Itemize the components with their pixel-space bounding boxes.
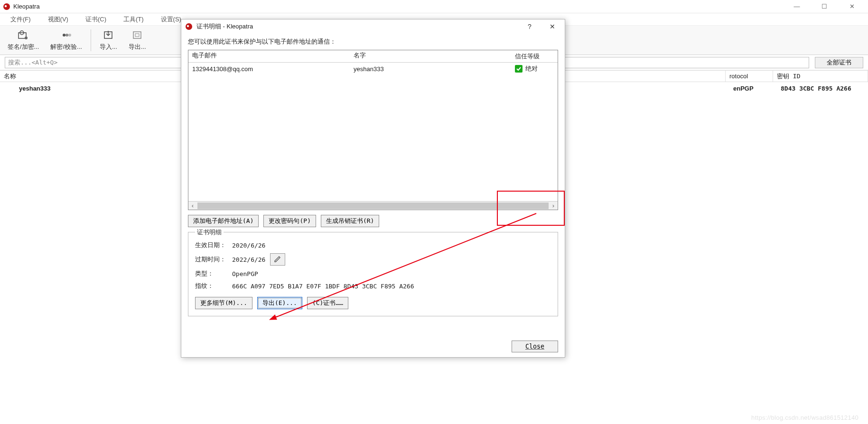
minimize-button[interactable]: — [787,3,806,10]
import-icon [102,29,115,41]
tool-export-label: 导出... [129,43,146,51]
value-expiry: 2022/6/26 [232,256,265,263]
value-type: OpenPGP [232,270,258,277]
header-keyid[interactable]: 密钥 ID [773,71,868,82]
export-icon [131,29,144,41]
toolbar-separator [91,29,91,51]
dialog-close-button[interactable]: Close [512,341,558,352]
cert-button[interactable]: (C)证书…… [307,297,348,309]
row-protocol: enPGP [726,85,773,92]
col-trust[interactable]: 信任等级 [511,50,558,62]
svg-rect-10 [135,34,139,37]
row-name: yeshan333 [0,85,199,92]
more-details-button[interactable]: 更多细节(M)... [195,297,252,309]
app-icon [3,3,10,10]
pencil-icon [274,255,281,264]
svg-point-12 [187,25,189,27]
tool-export[interactable]: 导出... [123,26,152,55]
trust-check-icon [515,65,523,73]
menu-view[interactable]: 视图(V) [39,13,77,25]
tool-sign-encrypt[interactable]: 签名/加密... [2,26,45,55]
cert-detail-dialog: 证书明细 - Kleopatra ? ✕ 您可以使用此证书来保护与以下电子邮件地… [181,19,565,358]
svg-point-11 [186,23,192,30]
tool-decrypt-verify[interactable]: 解密/校验... [45,26,87,55]
row-keyid: 8D43 3CBC F895 A266 [773,85,868,92]
main-titlebar: Kleopatra — ☐ ✕ [0,0,868,13]
export-cert-button[interactable]: 导出(E)... [257,297,302,309]
header-protocol[interactable]: rotocol [726,71,773,82]
col-name[interactable]: 名字 [350,50,511,62]
label-effective: 生效日期： [195,241,232,249]
label-type: 类型： [195,269,232,278]
sign-encrypt-icon [17,29,30,41]
edit-expiry-button[interactable] [270,253,285,266]
scroll-right-icon[interactable]: › [549,202,558,209]
row-trust: 绝对 [511,64,558,74]
watermark: https://blog.csdn.net/wsad861512140 [751,414,859,421]
svg-rect-9 [133,32,141,38]
value-fingerprint: 666C A097 7ED5 B1A7 E07F 1BDF 8D43 3CBC … [232,283,414,290]
group-label: 证书明细 [195,228,224,237]
email-row[interactable]: 1329441308@qq.com yeshan333 绝对 [188,63,558,75]
filter-all-certs-button[interactable]: 全部证书 [815,57,863,68]
tool-import[interactable]: 导入... [94,26,123,55]
add-email-button[interactable]: 添加电子邮件地址(A) [188,215,259,227]
header-name[interactable]: 名称 [0,71,199,82]
menu-file[interactable]: 文件(F) [2,13,39,25]
maximize-button[interactable]: ☐ [815,3,834,10]
row-trust-text: 绝对 [525,65,538,73]
email-table-scrollbar[interactable]: ‹ › [188,201,558,210]
menu-cert[interactable]: 证书(C) [77,13,115,25]
app-title: Kleopatra [13,3,40,10]
dialog-title: 证书明细 - Kleopatra [196,22,253,31]
dialog-help-button[interactable]: ? [521,23,538,30]
dialog-description: 您可以使用此证书来保护与以下电子邮件地址的通信： [188,37,558,46]
svg-point-4 [25,37,28,39]
cert-detail-group: 证书明细 生效日期： 2020/6/26 过期时间： 2022/6/26 类型： [188,232,558,316]
label-fingerprint: 指纹： [195,282,232,290]
tool-import-label: 导入... [100,43,117,51]
svg-point-7 [68,34,71,37]
row-person-name: yeshan333 [350,65,511,74]
tool-sign-label: 签名/加密... [8,43,39,51]
row-email: 1329441308@qq.com [188,65,350,74]
col-email[interactable]: 电子邮件 [188,50,350,62]
decrypt-verify-icon [60,29,73,41]
gen-revoke-button[interactable]: 生成吊销证书(R) [321,215,379,227]
svg-point-1 [5,5,7,7]
email-table: 电子邮件 名字 信任等级 1329441308@qq.com yeshan333… [188,50,558,210]
svg-point-5 [63,34,65,37]
value-effective: 2020/6/26 [232,242,265,249]
label-expiry: 过期时间： [195,255,232,264]
tool-decrypt-label: 解密/校验... [50,43,82,51]
svg-point-0 [3,3,10,10]
scroll-thumb[interactable] [197,203,549,209]
dialog-titlebar: 证书明细 - Kleopatra ? ✕ [181,19,565,34]
scroll-left-icon[interactable]: ‹ [188,202,197,209]
close-window-button[interactable]: ✕ [842,3,861,10]
menu-tools[interactable]: 工具(T) [115,13,152,25]
change-passphrase-button[interactable]: 更改密码句(P) [263,215,316,227]
svg-point-6 [65,34,68,37]
dialog-app-icon [185,23,193,30]
dialog-close-x-button[interactable]: ✕ [544,23,561,30]
